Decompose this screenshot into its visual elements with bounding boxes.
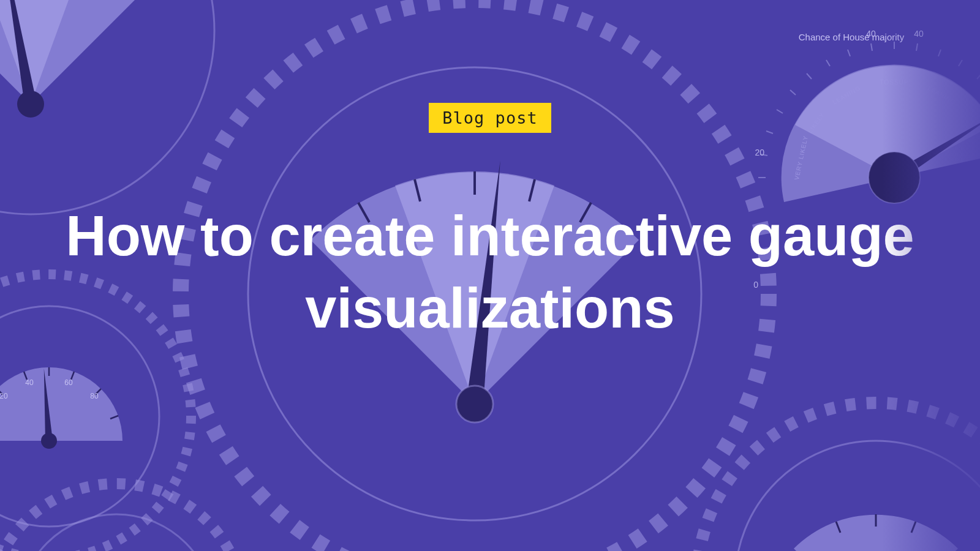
badge-label: Blog post (442, 108, 537, 127)
category-badge: Blog post (429, 103, 551, 133)
page-title: How to create interactive gauge visualiz… (61, 200, 919, 345)
